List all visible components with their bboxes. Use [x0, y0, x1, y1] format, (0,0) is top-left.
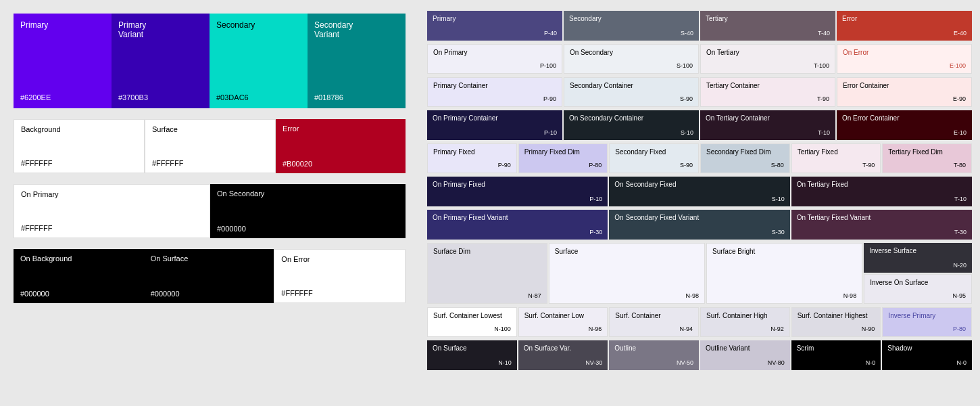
cell-primary-fixed-dim: Primary Fixed Dim P-80 [518, 143, 608, 173]
secondary-variant-hex: #018786 [314, 93, 399, 102]
cell-tertiary: Tertiary T-40 [700, 11, 835, 41]
surface-hex: #FFFFFF [152, 159, 268, 167]
cell-surf-container-highest-label: Surf. Container Highest [798, 312, 875, 320]
cell-surface-dim-label: Surface Dim [433, 248, 541, 256]
cell-secondary-code: S-40 [681, 30, 693, 37]
cell-tertiary-container-label: Tertiary Container [706, 82, 829, 90]
cell-on-primary-label: On Primary [433, 49, 556, 57]
cell-surf-container-highest: Surf. Container Highest N-90 [791, 307, 881, 337]
cell-tertiary-fixed-dim-label: Tertiary Fixed Dim [888, 148, 966, 156]
cell-on-secondary: On Secondary S-100 [564, 44, 699, 74]
cell-inverse-on-surface-label: Inverse On Surface [870, 279, 966, 287]
surface-label: Surface [152, 125, 268, 133]
cell-on-secondary-code: S-100 [677, 62, 693, 69]
cell-inverse-surface-code: N-20 [953, 262, 966, 269]
on-primary-swatch: On Primary #FFFFFF [14, 184, 210, 238]
secondary-variant-swatch: SecondaryVariant #018786 [308, 14, 406, 108]
cell-outline-variant: Outline Variant NV-80 [700, 340, 790, 370]
grid-row-9: Surf. Container Lowest N-100 Surf. Conta… [427, 307, 972, 337]
right-panel: Primary P-40 Secondary S-40 Tertiary T-4… [419, 0, 980, 406]
cell-on-tertiary-container-label: On Tertiary Container [706, 114, 830, 122]
cell-primary-container-code: P-90 [543, 95, 556, 102]
cell-on-tertiary-fixed-variant-code: T-30 [954, 229, 966, 235]
cell-on-primary-fixed-variant-code: P-30 [589, 229, 602, 235]
cell-on-error-container: On Error Container E-10 [837, 110, 972, 140]
cell-surface-dim-code: N-87 [528, 292, 541, 299]
cell-surf-container-code: N-94 [680, 325, 693, 332]
cell-secondary-fixed-label: Secondary Fixed [615, 148, 693, 156]
cell-surface-bright-label: Surface Bright [712, 248, 856, 256]
cell-on-tertiary-fixed-label: On Tertiary Fixed [797, 181, 966, 189]
cell-on-secondary-fixed-variant-label: On Secondary Fixed Variant [614, 214, 784, 222]
cell-primary-fixed-label: Primary Fixed [433, 148, 511, 156]
cell-surf-container-low-code: N-96 [589, 325, 602, 332]
cell-inverse-primary-code: P-80 [953, 325, 966, 332]
primary-variant-label: PrimaryVariant [118, 20, 203, 39]
cell-on-primary-fixed-label: On Primary Fixed [433, 181, 602, 189]
cell-scrim: Scrim N-0 [791, 340, 881, 370]
grid-row-10: On Surface N-10 On Surface Var. NV-30 Ou… [427, 340, 972, 370]
cell-on-error: On Error E-100 [837, 44, 972, 74]
cell-surf-container-high: Surf. Container High N-92 [700, 307, 790, 337]
grid-row-8: Surface Dim N-87 Surface N-98 Surface Br… [427, 243, 972, 304]
on-secondary-label: On Secondary [217, 189, 399, 198]
cell-on-secondary-container-code: S-10 [681, 129, 693, 136]
background-swatch: Background #FFFFFF [14, 119, 145, 173]
cell-surf-container-low: Surf. Container Low N-96 [518, 307, 608, 337]
grid-row-4: On Primary Container P-10 On Secondary C… [427, 110, 972, 140]
on-surface-swatch: On Surface #000000 [144, 249, 274, 303]
cell-on-primary-code: P-100 [540, 62, 556, 69]
cell-primary-label: Primary [433, 15, 557, 23]
secondary-label: Secondary [216, 20, 301, 30]
on-secondary-hex: #000000 [217, 225, 399, 233]
cell-on-primary-container-code: P-10 [544, 129, 557, 136]
left-panel: Primary #6200EE PrimaryVariant #3700B3 S… [0, 0, 419, 406]
cell-outline-code: NV-50 [677, 359, 693, 366]
primary-variant-hex: #3700B3 [118, 93, 203, 102]
cell-tertiary-fixed: Tertiary Fixed T-90 [791, 143, 881, 173]
secondary-swatch: Secondary #03DAC6 [210, 14, 308, 108]
cell-on-secondary-label: On Secondary [570, 49, 693, 57]
cell-on-surface: On Surface N-10 [427, 340, 517, 370]
cell-on-primary-fixed: On Primary Fixed P-10 [427, 177, 608, 206]
cell-on-primary-fixed-variant: On Primary Fixed Variant P-30 [427, 210, 608, 240]
background-row: Background #FFFFFF Surface #FFFFFF Error… [14, 119, 406, 173]
cell-surface-label: Surface [555, 248, 699, 256]
cell-inverse-surface-label: Inverse Surface [869, 247, 966, 255]
cell-scrim-code: N-0 [866, 359, 876, 366]
cell-on-secondary-fixed-code: S-10 [772, 196, 785, 202]
cell-on-tertiary: On Tertiary T-100 [700, 44, 835, 74]
cell-on-tertiary-fixed-code: T-10 [954, 196, 966, 202]
cell-scrim-label: Scrim [797, 344, 876, 353]
cell-on-error-container-label: On Error Container [842, 114, 966, 122]
on-background-hex: #000000 [20, 290, 137, 298]
cell-surf-container-high-label: Surf. Container High [706, 312, 784, 320]
cell-inverse-primary-label: Inverse Primary [888, 312, 966, 320]
cell-inverse-primary: Inverse Primary P-80 [882, 307, 972, 337]
cell-on-surface-var: On Surface Var. NV-30 [518, 340, 608, 370]
cell-secondary-fixed-dim-label: Secondary Fixed Dim [706, 148, 784, 156]
cell-primary-code: P-40 [544, 30, 557, 37]
error-label: Error [283, 125, 399, 133]
cell-on-tertiary-label: On Tertiary [706, 49, 829, 57]
cell-on-secondary-container-label: On Secondary Container [569, 114, 693, 122]
cell-on-primary-container-label: On Primary Container [433, 114, 557, 122]
cell-secondary-fixed-dim: Secondary Fixed Dim S-80 [700, 143, 790, 173]
cell-primary-fixed: Primary Fixed P-90 [427, 143, 517, 173]
cell-tertiary-fixed-dim-code: T-80 [954, 162, 966, 168]
cell-on-surface-var-code: NV-30 [585, 359, 602, 366]
cell-on-primary-fixed-variant-label: On Primary Fixed Variant [433, 214, 602, 222]
on-secondary-swatch: On Secondary #000000 [210, 184, 406, 238]
cell-on-surface-label: On Surface [433, 344, 512, 353]
cell-surf-container-label: Surf. Container [615, 312, 693, 320]
cell-surf-container-high-code: N-92 [770, 325, 784, 332]
cell-surf-container-lowest: Surf. Container Lowest N-100 [427, 307, 517, 337]
cell-on-secondary-container: On Secondary Container S-10 [564, 110, 699, 140]
cell-primary-fixed-dim-label: Primary Fixed Dim [524, 148, 602, 156]
primary-swatch: Primary #6200EE [14, 14, 112, 108]
cell-outline-label: Outline [614, 344, 693, 353]
on-background-row: On Background #000000 On Surface #000000… [14, 249, 406, 303]
on-error-swatch: On Error #FFFFFF [274, 249, 406, 303]
cell-secondary-container-label: Secondary Container [570, 82, 693, 90]
on-background-swatch: On Background #000000 [14, 249, 144, 303]
